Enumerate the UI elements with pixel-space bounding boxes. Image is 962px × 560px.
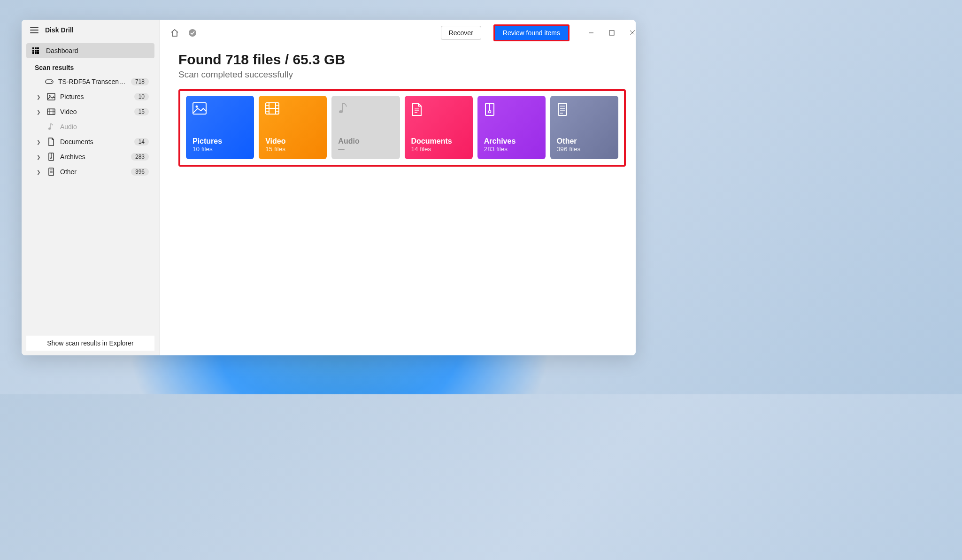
svg-point-16 xyxy=(189,29,196,37)
card-sub: 15 files xyxy=(265,146,320,153)
sidebar: Disk Drill Dashboard Scan results TS-RDF… xyxy=(22,20,160,355)
tree-audio[interactable]: Audio xyxy=(26,119,154,134)
cards-highlight: Pictures 10 files Video 15 files Audio — xyxy=(178,89,626,167)
section-scan-results: Scan results xyxy=(26,58,154,74)
count-badge: 396 xyxy=(131,168,149,176)
svg-rect-12 xyxy=(49,168,54,176)
minimize-icon[interactable] xyxy=(581,26,601,40)
svg-point-37 xyxy=(488,111,491,113)
home-icon[interactable] xyxy=(168,26,181,39)
card-sub: 14 files xyxy=(411,146,466,153)
chevron-right-icon: ❯ xyxy=(37,109,42,115)
card-title: Audio xyxy=(338,137,393,146)
image-icon xyxy=(47,92,55,101)
recover-button[interactable]: Recover xyxy=(441,26,481,40)
count-badge: 718 xyxy=(131,78,149,85)
card-archives[interactable]: Archives 283 files xyxy=(477,96,546,159)
review-found-items-button[interactable]: Review found items xyxy=(495,26,568,40)
sidebar-footer: Show scan results in Explorer xyxy=(22,331,159,355)
maximize-icon[interactable] xyxy=(601,26,622,40)
card-sub: 396 files xyxy=(557,146,612,153)
svg-point-1 xyxy=(51,81,52,82)
card-audio[interactable]: Audio — xyxy=(331,96,400,159)
count-badge: 10 xyxy=(134,93,149,100)
disk-icon xyxy=(45,77,54,86)
card-sub: 283 files xyxy=(484,146,539,153)
hamburger-icon[interactable] xyxy=(30,27,38,33)
svg-point-3 xyxy=(49,95,51,97)
sidebar-nav: Dashboard Scan results TS-RDF5A Transcen… xyxy=(22,40,159,331)
close-icon[interactable] xyxy=(622,26,636,40)
titlebar: Recover Review found items xyxy=(160,20,636,46)
tree-label: TS-RDF5A Transcend US... xyxy=(58,78,126,85)
card-pictures[interactable]: Pictures 10 files xyxy=(186,96,254,159)
content: Found 718 files / 65.3 GB Scan completed… xyxy=(160,46,636,172)
show-in-explorer-button[interactable]: Show scan results in Explorer xyxy=(26,336,154,351)
svg-rect-18 xyxy=(609,31,614,35)
svg-rect-21 xyxy=(193,103,206,114)
document-icon xyxy=(47,138,55,146)
tree-pictures[interactable]: ❯ Pictures 10 xyxy=(26,89,154,104)
card-documents[interactable]: Documents 14 files xyxy=(405,96,473,159)
nav-label: Dashboard xyxy=(46,47,78,54)
sidebar-header: Disk Drill xyxy=(22,20,159,40)
image-icon xyxy=(192,102,206,115)
app-title: Disk Drill xyxy=(45,26,74,34)
archive-icon xyxy=(47,153,55,161)
svg-rect-38 xyxy=(558,103,567,115)
tree-label: Video xyxy=(60,108,130,115)
film-icon xyxy=(265,102,278,115)
count-badge: 14 xyxy=(134,138,149,146)
card-title: Other xyxy=(557,137,612,146)
tree-device[interactable]: TS-RDF5A Transcend US... 718 xyxy=(26,74,154,89)
tree-label: Audio xyxy=(60,123,149,130)
nav-dashboard[interactable]: Dashboard xyxy=(26,43,154,58)
highlight-review: Review found items xyxy=(493,24,570,41)
svg-point-11 xyxy=(51,158,52,159)
tree-other[interactable]: ❯ Other 396 xyxy=(26,164,154,179)
card-other[interactable]: Other 396 files xyxy=(550,96,618,159)
svg-point-31 xyxy=(339,110,343,113)
count-badge: 15 xyxy=(134,108,149,115)
page-subtitle: Scan completed successfully xyxy=(178,69,626,80)
card-title: Pictures xyxy=(192,137,247,146)
card-sub: 10 files xyxy=(192,146,247,153)
tree-documents[interactable]: ❯ Documents 14 xyxy=(26,134,154,149)
card-title: Documents xyxy=(411,137,466,146)
chevron-right-icon: ❯ xyxy=(37,169,42,175)
tree-video[interactable]: ❯ Video 15 xyxy=(26,104,154,119)
tree-label: Documents xyxy=(60,138,130,146)
file-icon xyxy=(47,168,55,176)
music-icon xyxy=(47,123,55,131)
film-icon xyxy=(47,107,55,116)
chevron-right-icon: ❯ xyxy=(37,94,42,100)
svg-point-8 xyxy=(48,128,51,130)
app-window: Disk Drill Dashboard Scan results TS-RDF… xyxy=(22,20,636,355)
chevron-right-icon: ❯ xyxy=(37,154,42,160)
document-icon xyxy=(411,102,424,115)
archive-icon xyxy=(484,102,497,115)
card-title: Video xyxy=(265,137,320,146)
tree-label: Pictures xyxy=(60,93,130,100)
card-video[interactable]: Video 15 files xyxy=(259,96,327,159)
music-icon xyxy=(338,102,351,115)
main-panel: Recover Review found items Found 718 fil… xyxy=(160,20,636,355)
card-title: Archives xyxy=(484,137,539,146)
file-icon xyxy=(557,102,570,115)
page-title: Found 718 files / 65.3 GB xyxy=(178,52,626,68)
count-badge: 283 xyxy=(131,153,149,161)
tree-label: Archives xyxy=(60,153,126,161)
checkmark-icon[interactable] xyxy=(186,26,199,39)
chevron-right-icon: ❯ xyxy=(37,139,42,145)
card-sub: — xyxy=(338,146,393,153)
grid-icon xyxy=(32,47,39,54)
svg-point-22 xyxy=(196,106,198,108)
window-controls xyxy=(581,26,636,40)
tree-label: Other xyxy=(60,168,126,176)
tree-archives[interactable]: ❯ Archives 283 xyxy=(26,149,154,164)
